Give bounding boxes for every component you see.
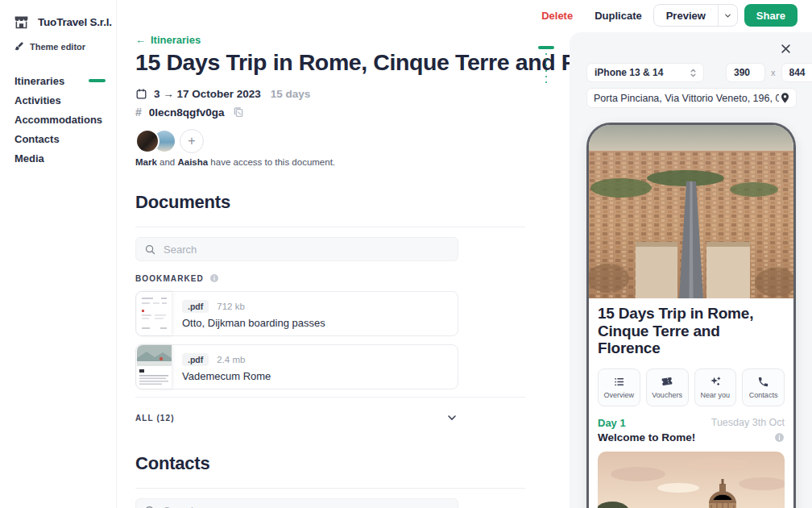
st-peters-photo: [598, 452, 785, 508]
storefront-icon: [13, 14, 30, 31]
bookmarked-label: BOOKMARKED: [135, 274, 204, 283]
device-select-value: iPhone 13 & 14: [594, 67, 663, 78]
access-name: Aaisha: [177, 157, 208, 167]
tab-label: Contacts: [749, 391, 778, 399]
calendar-icon: [135, 88, 147, 100]
phone-icon: [757, 376, 769, 388]
file-card-body: .pdf 2.4 mb Vademecum Rome: [182, 345, 458, 382]
access-text: Mark and Aaisha have access to this docu…: [135, 157, 570, 167]
sidebar-item-accommodations[interactable]: Accommodations: [14, 110, 117, 129]
access-avatars: +: [135, 129, 570, 153]
phone-tab-vouchers[interactable]: Vouchers: [646, 369, 689, 406]
day-title-row: Welcome to Rome!: [598, 431, 785, 443]
close-icon: [780, 43, 792, 55]
sidebar-item-label: Accommodations: [14, 114, 102, 126]
location-bar[interactable]: [586, 88, 797, 108]
sidebar-item-itineraries[interactable]: Itineraries: [14, 71, 117, 90]
hash-icon: #: [135, 106, 142, 119]
stepper-icon: [689, 68, 698, 78]
sidebar-item-activities[interactable]: Activities: [14, 90, 117, 110]
sidebar-item-label: Activities: [14, 94, 61, 106]
day-title: Welcome to Rome!: [598, 431, 695, 443]
preview-button[interactable]: Preview: [653, 4, 738, 27]
phone-tab-contacts[interactable]: Contacts: [742, 369, 785, 406]
map-pin-icon: [779, 92, 791, 104]
back-arrow-icon: ←: [135, 34, 146, 46]
preview-dropdown-toggle[interactable]: [718, 5, 737, 26]
file-size: 712 kb: [217, 302, 245, 311]
chevron-down-icon: [445, 411, 458, 424]
phone-tab-bar: Overview Vouchers Ne: [598, 369, 785, 406]
sparkles-icon: [709, 375, 722, 388]
phone-mockup: 15 Days Trip in Rome, Cinque Terre and F…: [586, 123, 796, 508]
back-link-label: Itineraries: [151, 34, 201, 46]
sidebar-item-contacts[interactable]: Contacts: [14, 129, 117, 148]
sidebar-item-label: Media: [14, 152, 44, 164]
theme-editor-label: Theme editor: [30, 42, 85, 52]
page-title: 15 Days Trip in Rome, Cinque Terre and F…: [135, 49, 570, 76]
documents-heading: Documents: [135, 192, 570, 213]
date-row: 3 → 17 October 2023 15 days: [135, 88, 570, 100]
phone-screen-content: 15 Days Trip in Rome, Cinque Terre and F…: [589, 298, 793, 508]
active-indicator: [89, 79, 106, 82]
share-button[interactable]: Share: [744, 4, 798, 27]
file-extension-badge: .pdf: [182, 353, 209, 366]
sidebar: TuoTravel S.r.l. Theme editor Itinerarie…: [0, 0, 117, 508]
ticket-icon: [661, 375, 673, 388]
pdf-thumbnail: [137, 292, 172, 335]
duplicate-button[interactable]: Duplicate: [594, 10, 642, 22]
chevron-down-icon: [723, 11, 732, 20]
divider: [135, 397, 525, 398]
paintbrush-icon: [14, 41, 24, 52]
company-logo[interactable]: TuoTravel S.r.l.: [13, 14, 112, 31]
documents-search-input[interactable]: [164, 244, 450, 256]
document-id-row: # 0lecn8qgfv0ga: [135, 106, 570, 119]
file-size: 2.4 mb: [217, 355, 245, 364]
device-controls: iPhone 13 & 14 x: [586, 63, 812, 82]
search-icon: [144, 505, 156, 508]
list-icon: [613, 376, 625, 388]
search-icon: [144, 244, 156, 256]
divider: [135, 488, 525, 489]
duration-label: 15 days: [271, 88, 311, 100]
contacts-search[interactable]: [135, 498, 458, 508]
device-select[interactable]: iPhone 13 & 14: [586, 63, 704, 82]
theme-editor-button[interactable]: Theme editor: [14, 41, 85, 52]
all-documents-toggle[interactable]: ALL (12): [135, 405, 458, 424]
viewport-height-input[interactable]: [781, 63, 812, 82]
location-input[interactable]: [594, 93, 779, 104]
add-collaborator-button[interactable]: +: [180, 129, 204, 153]
sidebar-item-label: Contacts: [14, 133, 60, 145]
preview-button-label[interactable]: Preview: [654, 5, 718, 26]
drag-indicator-decoration: [538, 46, 554, 83]
day-date: Tuesday 3th Oct: [711, 417, 785, 428]
file-extension-badge: .pdf: [182, 300, 209, 313]
file-card-boarding-passes[interactable]: .pdf 712 kb Otto, Dijkman boarding passe…: [135, 291, 458, 336]
info-icon[interactable]: [209, 273, 219, 283]
viewport-width-input[interactable]: [726, 63, 765, 82]
info-icon[interactable]: [774, 432, 785, 443]
sidebar-item-media[interactable]: Media: [14, 148, 117, 168]
file-name: Vademecum Rome: [182, 370, 458, 382]
document-id: 0lecn8qgfv0ga: [149, 106, 225, 119]
date-range: 3 → 17 October 2023: [154, 88, 261, 100]
file-name: Otto, Dijkman boarding passes: [182, 317, 458, 329]
access-name: Mark: [135, 157, 157, 167]
avatar-mark[interactable]: [135, 129, 160, 153]
contacts-heading: Contacts: [135, 453, 570, 474]
contacts-search-input[interactable]: [164, 505, 450, 508]
map-pin-button[interactable]: [779, 92, 791, 104]
copy-icon[interactable]: [232, 106, 245, 119]
close-preview-button[interactable]: [780, 43, 792, 58]
file-card-vademecum[interactable]: .pdf 2.4 mb Vademecum Rome: [135, 344, 458, 389]
bookmarked-row: BOOKMARKED: [135, 273, 570, 283]
tab-label: Near you: [701, 391, 731, 399]
itinerary-detail: ← Itineraries 15 Days Trip in Rome, Cinq…: [117, 0, 570, 508]
phone-tab-near-you[interactable]: Near you: [694, 369, 737, 406]
rome-aerial-photo: [589, 125, 793, 298]
phone-tab-overview[interactable]: Overview: [598, 369, 640, 406]
day-label: Day 1: [598, 417, 626, 429]
documents-search[interactable]: [135, 237, 458, 261]
back-to-itineraries-link[interactable]: ← Itineraries: [135, 34, 201, 46]
tab-label: Vouchers: [652, 391, 682, 399]
